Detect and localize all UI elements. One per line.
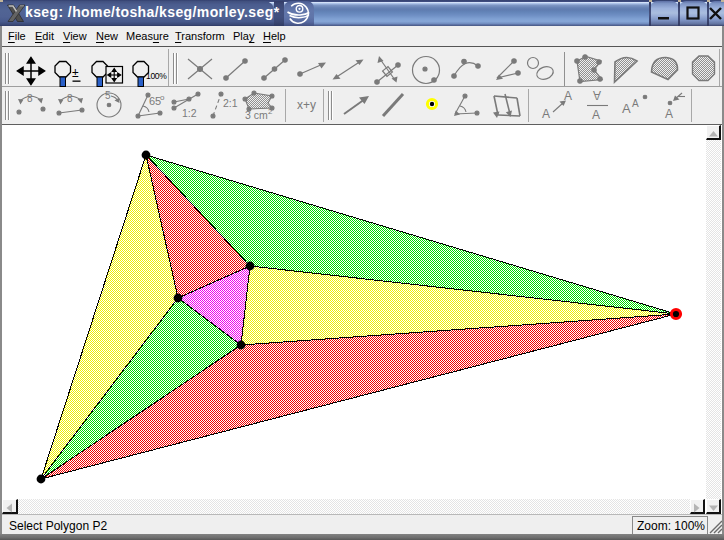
svg-text:100%: 100% [146,71,167,81]
svg-text:5: 5 [105,90,111,101]
svg-text:1:2: 1:2 [182,107,197,119]
svg-text:A: A [622,101,631,116]
svg-text:x+y: x+y [297,98,316,112]
svg-text:o: o [160,93,165,102]
svg-text:8: 8 [27,93,33,104]
svg-text:A: A [593,88,601,102]
svg-text:A: A [632,98,639,109]
svg-text:±: ± [72,66,79,80]
svg-text:A: A [665,107,673,121]
svg-text:A: A [592,108,600,122]
svg-text:2:1: 2:1 [223,97,238,109]
svg-text:A: A [564,89,572,103]
svg-text:8: 8 [67,93,73,104]
svg-text:3 cm: 3 cm [245,109,268,121]
svg-text:2: 2 [268,107,273,116]
svg-text:A: A [542,107,550,121]
